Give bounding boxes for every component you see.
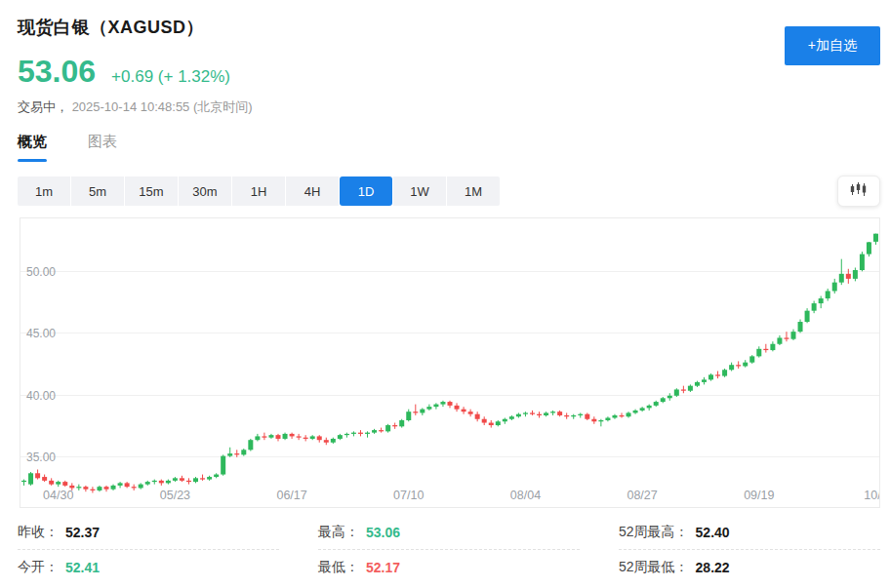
svg-text:08/04: 08/04 xyxy=(510,489,541,502)
svg-text:40.00: 40.00 xyxy=(26,389,56,403)
svg-text:50.00: 50.00 xyxy=(26,265,56,279)
market-status: 交易中， xyxy=(18,99,68,114)
stat-52w-high: 52周最高： 52.40 xyxy=(619,515,880,550)
stat-low: 最低： 52.17 xyxy=(318,550,580,585)
add-to-watchlist-button[interactable]: +加自选 xyxy=(785,26,880,65)
price-chart-panel: 50.0045.0040.0035.0004/3005/2306/1707/10… xyxy=(20,217,880,508)
price-change: +0.69 (+ 1.32%) xyxy=(111,67,230,87)
timeframe-30m[interactable]: 30m xyxy=(179,176,231,206)
candlestick-icon xyxy=(849,181,869,201)
stat-prev-close: 昨收： 52.37 xyxy=(18,515,279,550)
page-title: 现货白银（XAGUSD） xyxy=(18,16,880,39)
view-tabs: 概览 图表 xyxy=(0,133,890,163)
tab-chart[interactable]: 图表 xyxy=(88,133,117,162)
timeframe-1w[interactable]: 1W xyxy=(393,176,446,206)
quote-stats: 昨收： 52.37 最高： 53.06 52周最高： 52.40 今开： 52.… xyxy=(0,508,890,585)
timeframe-5m[interactable]: 5m xyxy=(71,176,124,206)
timeframe-1m-month[interactable]: 1M xyxy=(447,176,500,206)
svg-text:35.00: 35.00 xyxy=(26,451,56,464)
svg-text:06/17: 06/17 xyxy=(276,489,306,502)
svg-text:07/10: 07/10 xyxy=(393,489,424,502)
price-row: 53.06 +0.69 (+ 1.32%) xyxy=(18,54,880,90)
chart-style-button[interactable] xyxy=(837,176,880,207)
svg-text:09/19: 09/19 xyxy=(744,489,774,502)
candlestick-chart[interactable]: 50.0045.0040.0035.0004/3005/2306/1707/10… xyxy=(20,218,879,507)
stat-open: 今开： 52.41 xyxy=(18,550,279,585)
stat-high: 最高： 53.06 xyxy=(318,515,580,550)
svg-text:45.00: 45.00 xyxy=(26,327,56,340)
timeframe-4h[interactable]: 4H xyxy=(286,176,339,206)
timeframe-15m[interactable]: 15m xyxy=(125,176,178,206)
tab-overview[interactable]: 概览 xyxy=(18,133,47,162)
svg-text:05/23: 05/23 xyxy=(160,489,190,502)
market-status-row: 交易中， 2025-10-14 10:48:55 (北京时间) xyxy=(18,98,880,116)
svg-text:10/1: 10/1 xyxy=(864,489,879,502)
timeframe-group: 1m 5m 15m 30m 1H 4H 1D 1W 1M xyxy=(18,176,500,206)
timeframe-1m[interactable]: 1m xyxy=(18,176,70,206)
quote-timestamp: 2025-10-14 10:48:55 (北京时间) xyxy=(72,99,253,114)
stat-52w-low: 52周最低： 28.22 xyxy=(619,550,880,585)
svg-text:04/30: 04/30 xyxy=(43,489,73,502)
chart-toolbar: 1m 5m 15m 30m 1H 4H 1D 1W 1M xyxy=(0,176,890,207)
timeframe-1h[interactable]: 1H xyxy=(232,176,285,206)
instrument-header: 现货白银（XAGUSD） +加自选 53.06 +0.69 (+ 1.32%) … xyxy=(0,0,890,116)
timeframe-1d[interactable]: 1D xyxy=(340,176,392,206)
last-price: 53.06 xyxy=(18,54,96,90)
svg-text:08/27: 08/27 xyxy=(627,489,657,502)
